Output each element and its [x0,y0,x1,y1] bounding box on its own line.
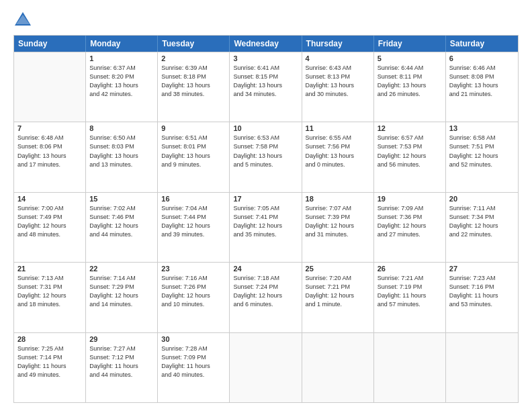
day-number: 8 [89,124,154,132]
calendar-cell [446,333,518,402]
calendar-cell: 3Sunrise: 6:41 AM Sunset: 8:15 PM Daylig… [230,52,302,122]
cell-info: Sunrise: 7:04 AM Sunset: 7:44 PM Dayligh… [161,204,226,239]
header-day: Friday [374,36,446,52]
calendar-header: SundayMondayTuesdayWednesdayThursdayFrid… [14,36,518,52]
header-day: Saturday [446,36,518,52]
calendar-cell: 16Sunrise: 7:04 AM Sunset: 7:44 PM Dayli… [158,193,230,262]
cell-info: Sunrise: 6:37 AM Sunset: 8:20 PM Dayligh… [89,64,154,99]
calendar-row: 7Sunrise: 6:48 AM Sunset: 8:06 PM Daylig… [14,122,518,191]
day-number: 11 [306,124,370,132]
calendar-cell [374,333,446,402]
day-number: 25 [306,265,370,273]
cell-info: Sunrise: 6:44 AM Sunset: 8:11 PM Dayligh… [378,64,442,99]
calendar: SundayMondayTuesdayWednesdayThursdayFrid… [13,35,519,403]
calendar-cell: 21Sunrise: 7:13 AM Sunset: 7:31 PM Dayli… [14,263,86,332]
day-number: 1 [89,54,154,62]
calendar-cell: 5Sunrise: 6:44 AM Sunset: 8:11 PM Daylig… [374,52,446,122]
cell-info: Sunrise: 7:21 AM Sunset: 7:19 PM Dayligh… [378,274,442,309]
calendar-body: 1Sunrise: 6:37 AM Sunset: 8:20 PM Daylig… [14,52,518,402]
cell-info: Sunrise: 6:57 AM Sunset: 7:53 PM Dayligh… [378,134,442,169]
calendar-cell: 28Sunrise: 7:25 AM Sunset: 7:14 PM Dayli… [14,333,86,402]
calendar-cell: 14Sunrise: 7:00 AM Sunset: 7:49 PM Dayli… [14,193,86,262]
calendar-cell: 2Sunrise: 6:39 AM Sunset: 8:18 PM Daylig… [158,52,230,122]
header-day: Tuesday [158,36,230,52]
day-number: 23 [161,265,226,273]
cell-info: Sunrise: 7:14 AM Sunset: 7:29 PM Dayligh… [89,274,154,309]
day-number: 2 [161,54,226,62]
cell-info: Sunrise: 7:27 AM Sunset: 7:12 PM Dayligh… [89,345,154,379]
calendar-cell: 29Sunrise: 7:27 AM Sunset: 7:12 PM Dayli… [86,333,158,402]
cell-info: Sunrise: 7:09 AM Sunset: 7:36 PM Dayligh… [378,204,442,239]
calendar-cell: 27Sunrise: 7:23 AM Sunset: 7:16 PM Dayli… [446,263,518,332]
cell-info: Sunrise: 7:05 AM Sunset: 7:41 PM Dayligh… [233,204,298,239]
day-number: 19 [378,195,442,203]
cell-info: Sunrise: 6:48 AM Sunset: 8:06 PM Dayligh… [17,134,82,169]
svg-marker-1 [16,15,30,24]
cell-info: Sunrise: 6:43 AM Sunset: 8:13 PM Dayligh… [306,64,370,99]
calendar-cell: 1Sunrise: 6:37 AM Sunset: 8:20 PM Daylig… [86,52,158,122]
page: SundayMondayTuesdayWednesdayThursdayFrid… [0,0,532,411]
header-day: Sunday [14,36,86,52]
calendar-cell: 25Sunrise: 7:20 AM Sunset: 7:21 PM Dayli… [302,263,374,332]
cell-info: Sunrise: 6:55 AM Sunset: 7:56 PM Dayligh… [306,134,370,169]
cell-info: Sunrise: 6:53 AM Sunset: 7:58 PM Dayligh… [233,134,298,169]
calendar-cell: 26Sunrise: 7:21 AM Sunset: 7:19 PM Dayli… [374,263,446,332]
cell-info: Sunrise: 7:00 AM Sunset: 7:49 PM Dayligh… [17,204,82,239]
day-number: 3 [233,54,298,62]
cell-info: Sunrise: 7:18 AM Sunset: 7:24 PM Dayligh… [233,274,298,309]
day-number: 5 [378,54,442,62]
calendar-cell: 23Sunrise: 7:16 AM Sunset: 7:26 PM Dayli… [158,263,230,332]
day-number: 9 [161,124,226,132]
cell-info: Sunrise: 7:20 AM Sunset: 7:21 PM Dayligh… [306,274,370,309]
calendar-cell: 24Sunrise: 7:18 AM Sunset: 7:24 PM Dayli… [230,263,302,332]
day-number: 24 [233,265,298,273]
calendar-cell: 10Sunrise: 6:53 AM Sunset: 7:58 PM Dayli… [230,122,302,191]
day-number: 26 [378,265,442,273]
day-number: 18 [306,195,370,203]
cell-info: Sunrise: 7:28 AM Sunset: 7:09 PM Dayligh… [161,345,226,379]
day-number: 10 [233,124,298,132]
calendar-cell: 7Sunrise: 6:48 AM Sunset: 8:06 PM Daylig… [14,122,86,191]
calendar-cell: 22Sunrise: 7:14 AM Sunset: 7:29 PM Dayli… [86,263,158,332]
cell-info: Sunrise: 7:16 AM Sunset: 7:26 PM Dayligh… [161,274,226,309]
day-number: 21 [17,265,82,273]
calendar-row: 14Sunrise: 7:00 AM Sunset: 7:49 PM Dayli… [14,192,518,262]
calendar-cell: 9Sunrise: 6:51 AM Sunset: 8:01 PM Daylig… [158,122,230,191]
calendar-row: 21Sunrise: 7:13 AM Sunset: 7:31 PM Dayli… [14,262,518,332]
day-number: 4 [306,54,370,62]
day-number: 14 [17,195,82,203]
day-number: 30 [161,335,226,343]
day-number: 27 [449,265,515,273]
header [13,11,519,30]
cell-info: Sunrise: 7:07 AM Sunset: 7:39 PM Dayligh… [306,204,370,239]
calendar-cell: 30Sunrise: 7:28 AM Sunset: 7:09 PM Dayli… [158,333,230,402]
header-day: Wednesday [230,36,302,52]
day-number: 6 [449,54,515,62]
calendar-cell: 8Sunrise: 6:50 AM Sunset: 8:03 PM Daylig… [86,122,158,191]
cell-info: Sunrise: 7:25 AM Sunset: 7:14 PM Dayligh… [17,345,82,379]
cell-info: Sunrise: 6:50 AM Sunset: 8:03 PM Dayligh… [89,134,154,169]
day-number: 7 [17,124,82,132]
calendar-row: 1Sunrise: 6:37 AM Sunset: 8:20 PM Daylig… [14,52,518,122]
day-number: 29 [89,335,154,343]
logo [13,11,35,30]
calendar-cell [230,333,302,402]
cell-info: Sunrise: 6:39 AM Sunset: 8:18 PM Dayligh… [161,64,226,99]
calendar-cell: 6Sunrise: 6:46 AM Sunset: 8:08 PM Daylig… [446,52,518,122]
calendar-cell: 12Sunrise: 6:57 AM Sunset: 7:53 PM Dayli… [374,122,446,191]
day-number: 20 [449,195,515,203]
day-number: 17 [233,195,298,203]
day-number: 12 [378,124,442,132]
calendar-cell: 18Sunrise: 7:07 AM Sunset: 7:39 PM Dayli… [302,193,374,262]
cell-info: Sunrise: 7:11 AM Sunset: 7:34 PM Dayligh… [449,204,515,239]
calendar-row: 28Sunrise: 7:25 AM Sunset: 7:14 PM Dayli… [14,332,518,402]
calendar-cell: 13Sunrise: 6:58 AM Sunset: 7:51 PM Dayli… [446,122,518,191]
calendar-cell: 15Sunrise: 7:02 AM Sunset: 7:46 PM Dayli… [86,193,158,262]
header-day: Thursday [302,36,374,52]
calendar-cell: 17Sunrise: 7:05 AM Sunset: 7:41 PM Dayli… [230,193,302,262]
cell-info: Sunrise: 7:02 AM Sunset: 7:46 PM Dayligh… [89,204,154,239]
calendar-cell: 20Sunrise: 7:11 AM Sunset: 7:34 PM Dayli… [446,193,518,262]
cell-info: Sunrise: 6:41 AM Sunset: 8:15 PM Dayligh… [233,64,298,99]
cell-info: Sunrise: 6:58 AM Sunset: 7:51 PM Dayligh… [449,134,515,169]
cell-info: Sunrise: 6:51 AM Sunset: 8:01 PM Dayligh… [161,134,226,169]
